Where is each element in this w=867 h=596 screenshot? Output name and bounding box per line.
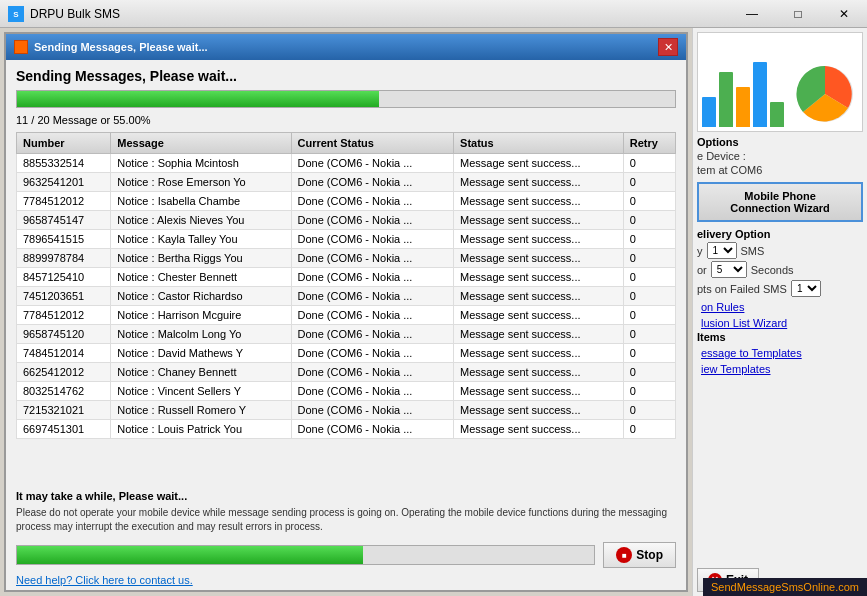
col-current-status: Current Status bbox=[291, 133, 454, 154]
window-close-button[interactable]: ✕ bbox=[821, 0, 867, 28]
connection-wizard-line1: Mobile Phone bbox=[707, 190, 853, 202]
retry-select[interactable]: 1 2 3 bbox=[707, 242, 737, 259]
cell-message: Notice : David Mathews Y bbox=[111, 344, 291, 363]
failed-sms-select[interactable]: 1 bbox=[791, 280, 821, 297]
template-item[interactable]: essage to Templates bbox=[697, 345, 863, 361]
stop-button[interactable]: Stop bbox=[603, 542, 676, 568]
delay-row: or 5 10 15 Seconds bbox=[697, 261, 863, 278]
stop-label: Stop bbox=[636, 548, 663, 562]
cell-retry: 0 bbox=[623, 249, 675, 268]
bottom-info: It may take a while, Please wait... Plea… bbox=[6, 486, 686, 590]
table-row: 9658745147 Notice : Alexis Nieves You Do… bbox=[17, 211, 676, 230]
wait-text: It may take a while, Please wait... bbox=[16, 490, 676, 502]
cell-message: Notice : Chaney Bennett bbox=[111, 363, 291, 382]
cell-message: Notice : Bertha Riggs You bbox=[111, 249, 291, 268]
cell-number: 7484512014 bbox=[17, 344, 111, 363]
cell-retry: 0 bbox=[623, 211, 675, 230]
dialog-panel: Sending Messages, Please wait... ✕ Sendi… bbox=[4, 32, 688, 592]
cell-current-status: Done (COM6 - Nokia ... bbox=[291, 230, 454, 249]
cell-number: 7215321021 bbox=[17, 401, 111, 420]
bar-2 bbox=[719, 72, 733, 127]
cell-retry: 0 bbox=[623, 192, 675, 211]
cell-status: Message sent success... bbox=[454, 211, 624, 230]
cell-number: 7784512012 bbox=[17, 192, 111, 211]
minimize-button[interactable]: — bbox=[729, 0, 775, 28]
cell-current-status: Done (COM6 - Nokia ... bbox=[291, 306, 454, 325]
cell-current-status: Done (COM6 - Nokia ... bbox=[291, 154, 454, 173]
table-row: 8855332514 Notice : Sophia Mcintosh Done… bbox=[17, 154, 676, 173]
dialog-icon bbox=[14, 40, 28, 54]
failed-sms-label: pts on Failed SMS bbox=[697, 283, 787, 295]
delay-unit: Seconds bbox=[751, 264, 794, 276]
cell-current-status: Done (COM6 - Nokia ... bbox=[291, 211, 454, 230]
cell-number: 8899978784 bbox=[17, 249, 111, 268]
main-progress-fill bbox=[17, 91, 379, 107]
items-label: Items bbox=[697, 331, 863, 343]
device-label: e Device : bbox=[697, 150, 863, 162]
cell-number: 6697451301 bbox=[17, 420, 111, 439]
cell-status: Message sent success... bbox=[454, 401, 624, 420]
main-layout: Sending Messages, Please wait... ✕ Sendi… bbox=[0, 28, 867, 596]
cell-retry: 0 bbox=[623, 268, 675, 287]
watermark-brand: MessageSms bbox=[737, 581, 804, 593]
cell-current-status: Done (COM6 - Nokia ... bbox=[291, 344, 454, 363]
cell-message: Notice : Sophia Mcintosh bbox=[111, 154, 291, 173]
delivery-option-label: elivery Option bbox=[697, 228, 863, 240]
cell-status: Message sent success... bbox=[454, 420, 624, 439]
messages-table-scroll[interactable]: Number Message Current Status Status Ret… bbox=[16, 132, 676, 478]
retry-row: y 1 2 3 SMS bbox=[697, 242, 863, 259]
cell-status: Message sent success... bbox=[454, 154, 624, 173]
main-progress-bar bbox=[16, 90, 676, 108]
options-label: Options bbox=[697, 136, 863, 148]
watermark-prefix: Send bbox=[711, 581, 737, 593]
connection-wizard-button[interactable]: Mobile Phone Connection Wizard bbox=[697, 182, 863, 222]
pie-chart bbox=[793, 62, 858, 127]
cell-current-status: Done (COM6 - Nokia ... bbox=[291, 420, 454, 439]
dialog-close-button[interactable]: ✕ bbox=[658, 38, 678, 56]
stop-icon bbox=[616, 547, 632, 563]
cell-retry: 0 bbox=[623, 344, 675, 363]
cell-message: Notice : Malcolm Long Yo bbox=[111, 325, 291, 344]
exclusion-item[interactable]: lusion List Wizard bbox=[697, 315, 863, 331]
cell-number: 8855332514 bbox=[17, 154, 111, 173]
col-number: Number bbox=[17, 133, 111, 154]
window-controls: — □ ✕ bbox=[729, 0, 867, 28]
cell-current-status: Done (COM6 - Nokia ... bbox=[291, 173, 454, 192]
cell-message: Notice : Alexis Nieves You bbox=[111, 211, 291, 230]
cell-status: Message sent success... bbox=[454, 192, 624, 211]
cell-message: Notice : Rose Emerson Yo bbox=[111, 173, 291, 192]
cell-retry: 0 bbox=[623, 382, 675, 401]
cell-status: Message sent success... bbox=[454, 382, 624, 401]
bottom-progress-row: Stop bbox=[16, 542, 676, 568]
cell-retry: 0 bbox=[623, 325, 675, 344]
help-link[interactable]: Need help? Click here to contact us. bbox=[16, 574, 676, 586]
table-row: 7484512014 Notice : David Mathews Y Done… bbox=[17, 344, 676, 363]
bottom-progress-bar bbox=[16, 545, 595, 565]
options-section: Options e Device : tem at COM6 bbox=[697, 136, 863, 178]
table-row: 7215321021 Notice : Russell Romero Y Don… bbox=[17, 401, 676, 420]
cell-status: Message sent success... bbox=[454, 325, 624, 344]
cell-number: 7451203651 bbox=[17, 287, 111, 306]
maximize-button[interactable]: □ bbox=[775, 0, 821, 28]
delay-select[interactable]: 5 10 15 bbox=[711, 261, 747, 278]
view-template-item[interactable]: iew Templates bbox=[697, 361, 863, 377]
cell-message: Notice : Harrison Mcguire bbox=[111, 306, 291, 325]
table-row: 9632541201 Notice : Rose Emerson Yo Done… bbox=[17, 173, 676, 192]
cell-status: Message sent success... bbox=[454, 268, 624, 287]
cell-status: Message sent success... bbox=[454, 306, 624, 325]
app-icon: S bbox=[8, 6, 24, 22]
charts-area bbox=[697, 32, 863, 132]
cell-message: Notice : Isabella Chambe bbox=[111, 192, 291, 211]
sending-header: Sending Messages, Please wait... bbox=[16, 68, 676, 84]
cell-status: Message sent success... bbox=[454, 173, 624, 192]
table-row: 8457125410 Notice : Chester Bennett Done… bbox=[17, 268, 676, 287]
col-retry: Retry bbox=[623, 133, 675, 154]
delay-label: or bbox=[697, 264, 707, 276]
cell-number: 9658745120 bbox=[17, 325, 111, 344]
cell-retry: 0 bbox=[623, 230, 675, 249]
table-row: 9658745120 Notice : Malcolm Long Yo Done… bbox=[17, 325, 676, 344]
device-value: tem at COM6 bbox=[697, 164, 863, 176]
rules-item[interactable]: on Rules bbox=[697, 299, 863, 315]
cell-message: Notice : Russell Romero Y bbox=[111, 401, 291, 420]
cell-retry: 0 bbox=[623, 420, 675, 439]
